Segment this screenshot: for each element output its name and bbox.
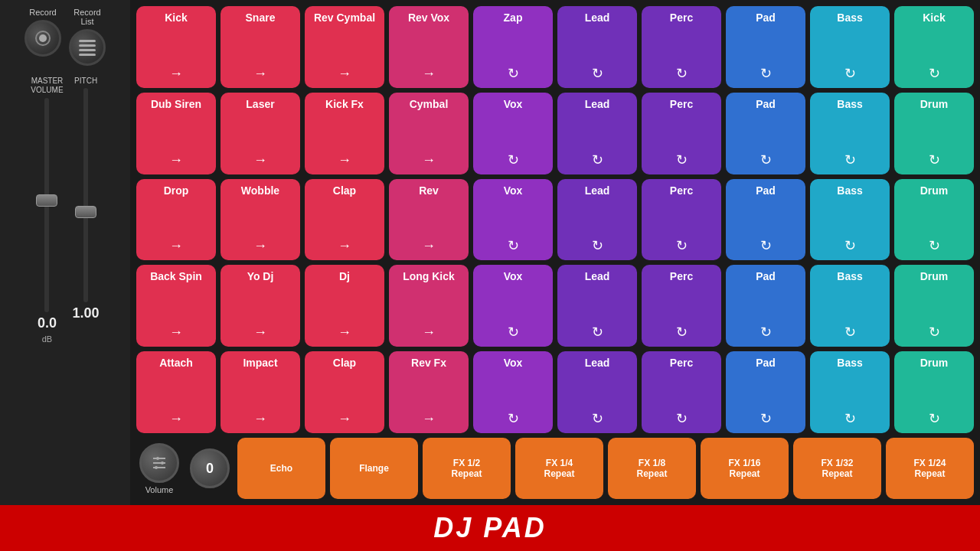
loop-icon: ↻ bbox=[592, 324, 603, 341]
arrow-icon: → bbox=[253, 238, 267, 254]
pad-label-2-6: Perc bbox=[670, 185, 693, 197]
fx-pad-4[interactable]: FX 1/8 Repeat bbox=[608, 438, 696, 499]
pad-3-8[interactable]: Bass↻ bbox=[810, 265, 890, 347]
pitch-value: 1.00 bbox=[73, 305, 100, 321]
pad-3-5[interactable]: Lead↻ bbox=[557, 265, 637, 347]
loop-icon: ↻ bbox=[760, 410, 772, 427]
loop-icon: ↻ bbox=[592, 65, 603, 82]
pad-1-8[interactable]: Bass↻ bbox=[810, 93, 890, 174]
pad-label-1-5: Lead bbox=[585, 99, 610, 110]
loop-icon: ↻ bbox=[844, 410, 856, 427]
db-value: 0.0 bbox=[38, 315, 57, 331]
pad-0-5[interactable]: Lead↻ bbox=[557, 6, 637, 88]
pad-3-2[interactable]: Dj→ bbox=[305, 265, 384, 347]
pad-3-6[interactable]: Perc↻ bbox=[642, 265, 721, 347]
fx-pad-label-3: FX 1/4 Repeat bbox=[544, 458, 574, 480]
record-list-group: RecordList bbox=[69, 8, 106, 66]
pad-1-5[interactable]: Lead↻ bbox=[557, 93, 637, 174]
pad-0-7[interactable]: Pad↻ bbox=[726, 6, 805, 88]
pad-2-0[interactable]: Drop→ bbox=[136, 179, 216, 261]
volume-fx-knob[interactable] bbox=[139, 443, 179, 483]
pad-row-1: Dub Siren→Laser→Kick Fx→Cymbal→Vox↻Lead↻… bbox=[136, 93, 974, 174]
pad-1-2[interactable]: Kick Fx→ bbox=[305, 93, 384, 174]
pad-1-4[interactable]: Vox↻ bbox=[473, 93, 553, 174]
volume-thumb[interactable] bbox=[36, 194, 57, 207]
pad-1-3[interactable]: Cymbal→ bbox=[389, 93, 469, 174]
arrow-icon: → bbox=[169, 66, 183, 82]
pad-2-9[interactable]: Drum↻ bbox=[894, 179, 974, 261]
pad-4-4[interactable]: Vox↻ bbox=[473, 351, 553, 433]
pad-1-9[interactable]: Drum↻ bbox=[894, 93, 974, 174]
pad-1-7[interactable]: Pad↻ bbox=[726, 93, 805, 174]
pitch-fx-knob[interactable]: 0 bbox=[190, 448, 230, 488]
loop-icon: ↻ bbox=[760, 152, 772, 168]
sidebar-top: Record RecordList bbox=[24, 8, 106, 66]
pad-label-0-1: Snare bbox=[246, 12, 276, 24]
svg-point-5 bbox=[155, 466, 158, 469]
pad-2-4[interactable]: Vox↻ bbox=[473, 179, 553, 261]
pad-4-9[interactable]: Drum↻ bbox=[894, 351, 974, 433]
pad-0-3[interactable]: Rev Vox→ bbox=[389, 6, 469, 88]
fx-pad-2[interactable]: FX 1/2 Repeat bbox=[423, 438, 511, 499]
record-list-knob[interactable] bbox=[69, 29, 106, 66]
main-grid: Kick→Snare→Rev Cymbal→Rev Vox→Zap↻Lead↻P… bbox=[130, 0, 980, 505]
fx-pad-7[interactable]: FX 1/24 Repeat bbox=[886, 438, 974, 499]
pad-3-7[interactable]: Pad↻ bbox=[726, 265, 805, 347]
arrow-icon: → bbox=[253, 152, 267, 168]
pad-2-3[interactable]: Rev→ bbox=[389, 179, 469, 261]
pad-4-3[interactable]: Rev Fx→ bbox=[389, 351, 469, 433]
pad-1-6[interactable]: Perc↻ bbox=[642, 93, 721, 174]
pad-3-1[interactable]: Yo Dj→ bbox=[220, 265, 300, 347]
pad-4-5[interactable]: Lead↻ bbox=[557, 351, 637, 433]
record-knob[interactable] bbox=[24, 20, 61, 57]
pad-0-0[interactable]: Kick→ bbox=[136, 6, 216, 88]
pad-label-1-0: Dub Siren bbox=[151, 99, 201, 110]
pad-4-0[interactable]: Attach→ bbox=[136, 351, 216, 433]
fx-pad-1[interactable]: Flange bbox=[330, 438, 418, 499]
pad-3-3[interactable]: Long Kick→ bbox=[389, 265, 469, 347]
fx-pad-0[interactable]: Echo bbox=[237, 438, 325, 499]
pad-2-7[interactable]: Pad↻ bbox=[726, 179, 805, 261]
fx-pad-5[interactable]: FX 1/16 Repeat bbox=[701, 438, 789, 499]
pad-2-1[interactable]: Wobble→ bbox=[220, 179, 300, 261]
pad-4-2[interactable]: Clap→ bbox=[305, 351, 384, 433]
pad-4-8[interactable]: Bass↻ bbox=[810, 351, 890, 433]
pad-0-1[interactable]: Snare→ bbox=[220, 6, 300, 88]
pad-0-2[interactable]: Rev Cymbal→ bbox=[305, 6, 384, 88]
pitch-slider-col: PITCH 1.00 bbox=[73, 77, 100, 497]
pad-label-4-8: Bass bbox=[837, 357, 862, 369]
arrow-icon: → bbox=[422, 411, 436, 427]
pad-2-2[interactable]: Clap→ bbox=[305, 179, 384, 261]
pad-label-0-6: Perc bbox=[670, 12, 693, 24]
pad-0-8[interactable]: Bass↻ bbox=[810, 6, 890, 88]
arrow-icon: → bbox=[253, 324, 267, 341]
pad-3-9[interactable]: Drum↻ bbox=[894, 265, 974, 347]
pad-2-5[interactable]: Lead↻ bbox=[557, 179, 637, 261]
pad-label-4-0: Attach bbox=[159, 357, 193, 369]
pad-0-4[interactable]: Zap↻ bbox=[473, 6, 553, 88]
pad-label-0-7: Pad bbox=[756, 12, 776, 24]
pad-1-1[interactable]: Laser→ bbox=[220, 93, 300, 174]
fx-pad-6[interactable]: FX 1/32 Repeat bbox=[793, 438, 881, 499]
pad-label-0-5: Lead bbox=[585, 12, 610, 24]
pad-label-3-2: Dj bbox=[339, 271, 350, 282]
master-volume-label: MASTERVOLUME bbox=[31, 77, 63, 95]
loop-icon: ↻ bbox=[676, 152, 688, 168]
pad-label-0-4: Zap bbox=[504, 12, 523, 24]
pitch-thumb[interactable] bbox=[75, 206, 96, 218]
pad-label-4-3: Rev Fx bbox=[411, 357, 446, 369]
pad-label-4-6: Perc bbox=[670, 357, 693, 369]
pad-3-4[interactable]: Vox↻ bbox=[473, 265, 553, 347]
pad-label-3-9: Drum bbox=[920, 271, 949, 282]
pad-4-6[interactable]: Perc↻ bbox=[642, 351, 721, 433]
fx-pad-label-4: FX 1/8 Repeat bbox=[636, 458, 667, 480]
pad-0-6[interactable]: Perc↻ bbox=[642, 6, 721, 88]
pad-2-8[interactable]: Bass↻ bbox=[810, 179, 890, 261]
pad-2-6[interactable]: Perc↻ bbox=[642, 179, 721, 261]
fx-pad-3[interactable]: FX 1/4 Repeat bbox=[515, 438, 603, 499]
pad-0-9[interactable]: Kick↻ bbox=[894, 6, 974, 88]
pad-1-0[interactable]: Dub Siren→ bbox=[136, 93, 216, 174]
pad-3-0[interactable]: Back Spin→ bbox=[136, 265, 216, 347]
pad-4-7[interactable]: Pad↻ bbox=[726, 351, 805, 433]
pad-4-1[interactable]: Impact→ bbox=[220, 351, 300, 433]
